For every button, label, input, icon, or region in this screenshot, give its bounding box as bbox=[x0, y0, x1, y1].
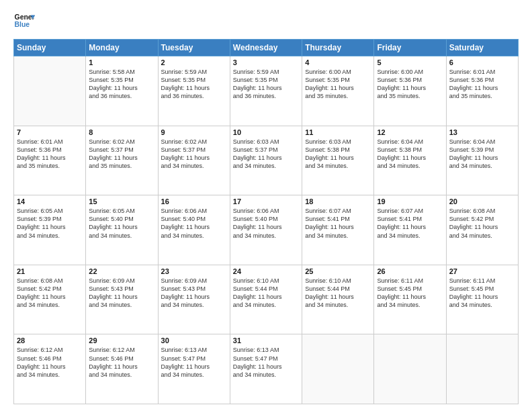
calendar-cell: 6Sunrise: 6:01 AM Sunset: 5:36 PM Daylig… bbox=[446, 56, 518, 126]
calendar-cell: 12Sunrise: 6:04 AM Sunset: 5:38 PM Dayli… bbox=[374, 126, 446, 195]
day-number: 26 bbox=[377, 267, 443, 275]
day-number: 6 bbox=[449, 58, 515, 66]
day-info: Sunrise: 5:58 AM Sunset: 5:35 PM Dayligh… bbox=[89, 68, 154, 101]
day-number: 24 bbox=[233, 267, 299, 275]
calendar-cell: 19Sunrise: 6:07 AM Sunset: 5:41 PM Dayli… bbox=[374, 195, 446, 265]
day-number: 12 bbox=[377, 128, 443, 136]
day-number: 2 bbox=[161, 58, 227, 66]
calendar-week-row: 14Sunrise: 6:05 AM Sunset: 5:39 PM Dayli… bbox=[14, 195, 519, 265]
day-info: Sunrise: 6:04 AM Sunset: 5:38 PM Dayligh… bbox=[377, 138, 443, 171]
day-info: Sunrise: 5:59 AM Sunset: 5:35 PM Dayligh… bbox=[233, 68, 299, 101]
day-number: 18 bbox=[305, 197, 371, 205]
day-info: Sunrise: 6:10 AM Sunset: 5:44 PM Dayligh… bbox=[233, 277, 299, 310]
calendar-cell: 1Sunrise: 5:58 AM Sunset: 5:35 PM Daylig… bbox=[86, 56, 158, 126]
calendar-cell: 2Sunrise: 5:59 AM Sunset: 5:35 PM Daylig… bbox=[158, 56, 230, 126]
day-number: 1 bbox=[89, 58, 154, 66]
day-info: Sunrise: 6:00 AM Sunset: 5:36 PM Dayligh… bbox=[377, 68, 443, 101]
calendar-cell: 25Sunrise: 6:10 AM Sunset: 5:44 PM Dayli… bbox=[302, 265, 374, 334]
calendar-header-monday: Monday bbox=[86, 40, 158, 56]
day-info: Sunrise: 6:06 AM Sunset: 5:40 PM Dayligh… bbox=[233, 207, 299, 240]
logo: General Blue bbox=[13, 11, 38, 32]
day-number: 17 bbox=[233, 197, 299, 205]
calendar-cell: 29Sunrise: 6:12 AM Sunset: 5:46 PM Dayli… bbox=[86, 334, 158, 404]
day-info: Sunrise: 6:09 AM Sunset: 5:43 PM Dayligh… bbox=[89, 277, 154, 310]
calendar-cell: 4Sunrise: 6:00 AM Sunset: 5:35 PM Daylig… bbox=[302, 56, 374, 126]
day-info: Sunrise: 6:00 AM Sunset: 5:35 PM Dayligh… bbox=[305, 68, 371, 101]
day-number: 4 bbox=[305, 58, 371, 66]
day-number: 3 bbox=[233, 58, 299, 66]
calendar-cell: 31Sunrise: 6:13 AM Sunset: 5:47 PM Dayli… bbox=[230, 334, 302, 404]
day-info: Sunrise: 6:10 AM Sunset: 5:44 PM Dayligh… bbox=[305, 277, 371, 310]
day-number: 15 bbox=[89, 197, 154, 205]
day-number: 23 bbox=[161, 267, 227, 275]
calendar-header-saturday: Saturday bbox=[446, 40, 518, 56]
day-number: 13 bbox=[449, 128, 515, 136]
day-number: 9 bbox=[161, 128, 227, 136]
calendar-cell: 5Sunrise: 6:00 AM Sunset: 5:36 PM Daylig… bbox=[374, 56, 446, 126]
day-number: 30 bbox=[161, 336, 227, 345]
day-info: Sunrise: 6:01 AM Sunset: 5:36 PM Dayligh… bbox=[449, 68, 515, 101]
calendar-cell: 22Sunrise: 6:09 AM Sunset: 5:43 PM Dayli… bbox=[86, 265, 158, 334]
day-info: Sunrise: 6:08 AM Sunset: 5:42 PM Dayligh… bbox=[449, 207, 515, 240]
day-info: Sunrise: 6:13 AM Sunset: 5:47 PM Dayligh… bbox=[161, 346, 227, 379]
day-number: 21 bbox=[17, 267, 83, 275]
calendar-cell: 7Sunrise: 6:01 AM Sunset: 5:36 PM Daylig… bbox=[14, 126, 86, 195]
calendar-cell: 27Sunrise: 6:11 AM Sunset: 5:45 PM Dayli… bbox=[446, 265, 518, 334]
calendar-cell: 8Sunrise: 6:02 AM Sunset: 5:37 PM Daylig… bbox=[86, 126, 158, 195]
calendar-header-tuesday: Tuesday bbox=[158, 40, 230, 56]
day-info: Sunrise: 6:07 AM Sunset: 5:41 PM Dayligh… bbox=[305, 207, 371, 240]
calendar-header-wednesday: Wednesday bbox=[230, 40, 302, 56]
day-info: Sunrise: 6:05 AM Sunset: 5:39 PM Dayligh… bbox=[17, 207, 83, 240]
calendar-cell: 23Sunrise: 6:09 AM Sunset: 5:43 PM Dayli… bbox=[158, 265, 230, 334]
calendar-week-row: 1Sunrise: 5:58 AM Sunset: 5:35 PM Daylig… bbox=[14, 56, 519, 126]
calendar-cell: 26Sunrise: 6:11 AM Sunset: 5:45 PM Dayli… bbox=[374, 265, 446, 334]
calendar-cell: 13Sunrise: 6:04 AM Sunset: 5:39 PM Dayli… bbox=[446, 126, 518, 195]
calendar-cell bbox=[302, 334, 374, 404]
day-info: Sunrise: 5:59 AM Sunset: 5:35 PM Dayligh… bbox=[161, 68, 227, 101]
logo-icon: General Blue bbox=[13, 11, 35, 32]
calendar-header-row: SundayMondayTuesdayWednesdayThursdayFrid… bbox=[14, 40, 519, 56]
calendar-header-friday: Friday bbox=[374, 40, 446, 56]
calendar-cell: 24Sunrise: 6:10 AM Sunset: 5:44 PM Dayli… bbox=[230, 265, 302, 334]
day-info: Sunrise: 6:07 AM Sunset: 5:41 PM Dayligh… bbox=[377, 207, 443, 240]
day-number: 7 bbox=[17, 128, 83, 136]
day-number: 27 bbox=[449, 267, 515, 275]
day-info: Sunrise: 6:13 AM Sunset: 5:47 PM Dayligh… bbox=[233, 346, 299, 379]
calendar-cell: 20Sunrise: 6:08 AM Sunset: 5:42 PM Dayli… bbox=[446, 195, 518, 265]
day-number: 20 bbox=[449, 197, 515, 205]
calendar-header-thursday: Thursday bbox=[302, 40, 374, 56]
calendar-cell: 17Sunrise: 6:06 AM Sunset: 5:40 PM Dayli… bbox=[230, 195, 302, 265]
calendar-cell: 11Sunrise: 6:03 AM Sunset: 5:38 PM Dayli… bbox=[302, 126, 374, 195]
day-info: Sunrise: 6:12 AM Sunset: 5:46 PM Dayligh… bbox=[89, 346, 154, 379]
day-number: 31 bbox=[233, 336, 299, 345]
day-info: Sunrise: 6:12 AM Sunset: 5:46 PM Dayligh… bbox=[17, 346, 83, 379]
day-info: Sunrise: 6:11 AM Sunset: 5:45 PM Dayligh… bbox=[377, 277, 443, 310]
day-number: 28 bbox=[17, 336, 83, 345]
day-number: 14 bbox=[17, 197, 83, 205]
svg-text:Blue: Blue bbox=[15, 21, 30, 28]
calendar-cell: 30Sunrise: 6:13 AM Sunset: 5:47 PM Dayli… bbox=[158, 334, 230, 404]
calendar-week-row: 28Sunrise: 6:12 AM Sunset: 5:46 PM Dayli… bbox=[14, 334, 519, 404]
calendar-cell bbox=[446, 334, 518, 404]
day-info: Sunrise: 6:08 AM Sunset: 5:42 PM Dayligh… bbox=[17, 277, 83, 310]
day-info: Sunrise: 6:05 AM Sunset: 5:40 PM Dayligh… bbox=[89, 207, 154, 240]
day-number: 29 bbox=[89, 336, 154, 345]
day-info: Sunrise: 6:02 AM Sunset: 5:37 PM Dayligh… bbox=[89, 138, 154, 171]
calendar-header-sunday: Sunday bbox=[14, 40, 86, 56]
day-info: Sunrise: 6:03 AM Sunset: 5:38 PM Dayligh… bbox=[305, 138, 371, 171]
page: General Blue SundayMondayTuesdayWednesda… bbox=[0, 0, 532, 411]
day-number: 5 bbox=[377, 58, 443, 66]
day-number: 16 bbox=[161, 197, 227, 205]
calendar-cell: 18Sunrise: 6:07 AM Sunset: 5:41 PM Dayli… bbox=[302, 195, 374, 265]
calendar-cell bbox=[374, 334, 446, 404]
day-number: 19 bbox=[377, 197, 443, 205]
day-number: 8 bbox=[89, 128, 154, 136]
calendar-cell: 16Sunrise: 6:06 AM Sunset: 5:40 PM Dayli… bbox=[158, 195, 230, 265]
day-number: 10 bbox=[233, 128, 299, 136]
calendar-cell: 15Sunrise: 6:05 AM Sunset: 5:40 PM Dayli… bbox=[86, 195, 158, 265]
day-info: Sunrise: 6:06 AM Sunset: 5:40 PM Dayligh… bbox=[161, 207, 227, 240]
calendar-cell: 14Sunrise: 6:05 AM Sunset: 5:39 PM Dayli… bbox=[14, 195, 86, 265]
header: General Blue bbox=[13, 11, 519, 32]
calendar-cell: 21Sunrise: 6:08 AM Sunset: 5:42 PM Dayli… bbox=[14, 265, 86, 334]
day-info: Sunrise: 6:01 AM Sunset: 5:36 PM Dayligh… bbox=[17, 138, 83, 171]
